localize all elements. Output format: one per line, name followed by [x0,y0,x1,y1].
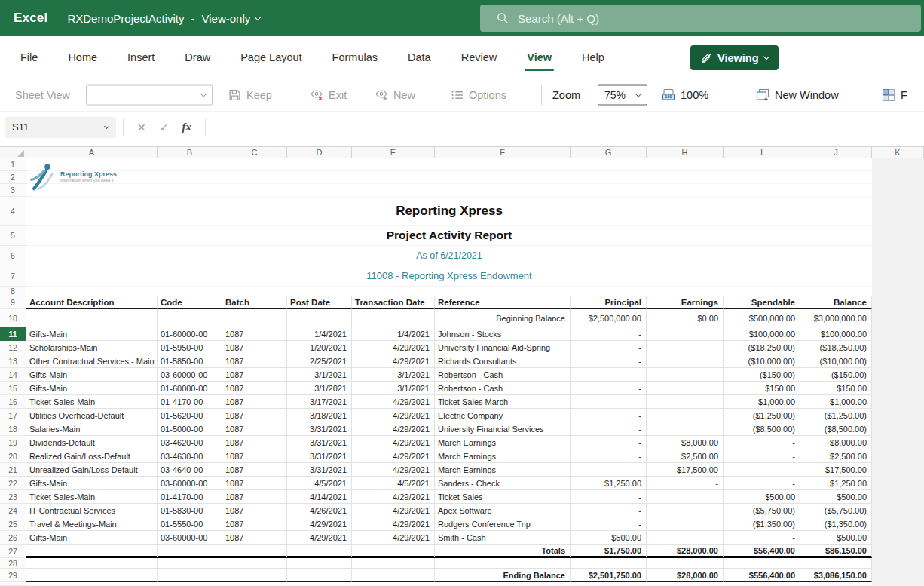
row-header-24[interactable]: 24 [0,504,26,517]
cell-K12[interactable] [872,341,924,354]
cell-C28[interactable] [222,558,287,569]
cell-I13[interactable]: ($10,000.00) [724,354,800,368]
cell-K29[interactable] [872,569,924,582]
new-window-button[interactable]: New Window [756,88,839,102]
cell-H17[interactable] [647,409,724,422]
cell-I15[interactable]: $150.00 [724,382,800,395]
cell-G9[interactable]: Principal [571,296,647,309]
cell-F14[interactable]: Robertson - Cash [435,368,571,382]
search-box[interactable]: Search (Alt + Q) [480,5,921,32]
cell-C12[interactable]: 1087 [222,341,287,354]
cell-H22[interactable]: - [647,477,724,490]
cell-B28[interactable] [158,558,222,569]
cell-J21[interactable]: $17,500.00 [800,463,872,477]
cell-C24[interactable]: 1087 [222,504,287,517]
cell-E10[interactable] [352,309,435,327]
tab-formulas[interactable]: Formulas [332,51,378,63]
cell-A1[interactable] [26,158,872,171]
cell-J9[interactable]: Balance [800,296,872,309]
options-button[interactable]: Options [451,88,506,101]
row-header-27[interactable]: 27 [0,545,26,558]
row-header-29[interactable]: 29 [0,569,26,582]
cell-F13[interactable]: Richards Consultants [435,354,571,368]
cell-A7[interactable]: 11008 - Reporting Xpress Endowment [26,265,872,287]
row-header-9[interactable]: 9 [0,296,26,309]
cell-B26[interactable]: 03-60000-00 [158,531,222,545]
column-header-D[interactable]: D [287,147,352,158]
column-header-J[interactable]: J [800,147,872,158]
cell-J28[interactable] [800,558,872,569]
cell-J19[interactable]: $8,000.00 [800,436,872,449]
tab-help[interactable]: Help [582,51,604,63]
cell-G11[interactable]: - [571,327,647,341]
cell-G16[interactable]: - [571,395,647,409]
cell-D15[interactable]: 3/1/2021 [287,382,352,395]
row-header-5[interactable]: 5 [0,226,26,246]
cell-E23[interactable]: 4/29/2021 [352,490,435,504]
cell-I27[interactable]: $56,400.00 [724,545,800,558]
cell-K9[interactable] [872,296,924,309]
cell-E24[interactable]: 4/29/2021 [352,504,435,517]
tab-home[interactable]: Home [68,51,97,63]
cell-D12[interactable]: 1/20/2021 [287,341,352,354]
row-header-15[interactable]: 15 [0,382,26,395]
cell-E20[interactable]: 4/29/2021 [352,449,435,463]
cell-B11[interactable]: 01-60000-00 [158,327,222,341]
cell-K23[interactable] [872,490,924,504]
new-sheet-view-button[interactable]: New [375,88,415,101]
cell-B13[interactable]: 01-5850-00 [158,354,222,368]
cell-E9[interactable]: Transaction Date [352,296,435,309]
cell-H14[interactable] [647,368,724,382]
cell-G18[interactable]: - [571,422,647,436]
cell-I25[interactable]: ($1,350.00) [724,517,800,531]
cell-F23[interactable]: Ticket Sales [435,490,571,504]
cell-A17[interactable]: Utilities Overhead-Default [26,409,158,422]
cell-F24[interactable]: Apex Software [435,504,571,517]
cell-F25[interactable]: Rodgers Conference Trip [435,517,571,531]
cell-J16[interactable]: $1,000.00 [800,395,872,409]
cell-B20[interactable]: 03-4630-00 [158,449,222,463]
cell-E12[interactable]: 4/29/2021 [352,341,435,354]
cell-C25[interactable]: 1087 [222,517,287,531]
row-header-3[interactable]: 3 [0,184,26,197]
sheet-view-combobox[interactable] [86,84,213,105]
row-header-4[interactable]: 4 [0,197,26,226]
cell-G21[interactable]: - [571,463,647,477]
cell-E19[interactable]: 4/29/2021 [352,436,435,449]
row-header-23[interactable]: 23 [0,490,26,504]
cell-I21[interactable]: - [724,463,800,477]
tab-view[interactable]: View [527,51,552,63]
row-header-14[interactable]: 14 [0,368,26,382]
cell-A13[interactable]: Other Contractual Services - Main [26,354,158,368]
cell-H16[interactable] [647,395,724,409]
cell-H15[interactable] [647,382,724,395]
row-header-10[interactable]: 10 [0,309,26,327]
cell-D16[interactable]: 3/17/2021 [287,395,352,409]
cell-D25[interactable]: 4/29/2021 [287,517,352,531]
cell-E25[interactable]: 4/29/2021 [352,517,435,531]
cell-A16[interactable]: Ticket Sales-Main [26,395,158,409]
cell-H10[interactable]: $0.00 [647,309,724,327]
cell-G12[interactable]: - [571,341,647,354]
row-header-26[interactable]: 26 [0,531,26,545]
cell-K4[interactable] [872,197,924,226]
cell-C18[interactable]: 1087 [222,422,287,436]
insert-function-icon[interactable]: fx [175,121,198,133]
cell-H13[interactable] [647,354,724,368]
row-header-2[interactable]: 2 [0,171,26,184]
cell-K2[interactable] [872,171,924,184]
cell-F29[interactable]: Ending Balance [435,569,571,582]
cell-B18[interactable]: 01-5000-00 [158,422,222,436]
viewing-mode-button[interactable]: Viewing [690,45,779,70]
cell-F15[interactable]: Robertson - Cash [435,382,571,395]
cell-J17[interactable]: ($1,250.00) [800,409,872,422]
cell-J14[interactable]: ($150.00) [800,368,872,382]
row-header-17[interactable]: 17 [0,409,26,422]
cell-J27[interactable]: $86,150.00 [800,545,872,558]
cell-K3[interactable] [872,184,924,197]
column-header-E[interactable]: E [352,147,435,158]
cell-C14[interactable]: 1087 [222,368,287,382]
cell-H28[interactable] [647,558,724,569]
column-header-B[interactable]: B [158,147,222,158]
row-header-25[interactable]: 25 [0,517,26,531]
